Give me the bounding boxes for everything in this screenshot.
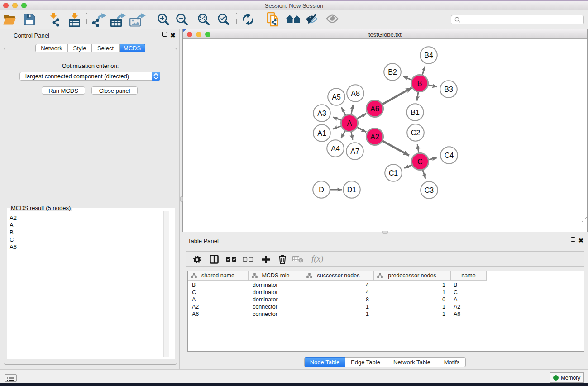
svg-text:C4: C4	[445, 152, 454, 159]
svg-text:A4: A4	[331, 145, 340, 152]
svg-text:A5: A5	[332, 93, 341, 101]
svg-text:C3: C3	[425, 186, 434, 194]
svg-text:A8: A8	[351, 90, 360, 97]
svg-text:B2: B2	[388, 68, 397, 76]
svg-text:B3: B3	[444, 86, 453, 93]
svg-text:A6: A6	[370, 105, 379, 113]
svg-text:B4: B4	[424, 52, 433, 59]
svg-text:A3: A3	[317, 110, 326, 117]
svg-text:A: A	[347, 119, 352, 127]
svg-text:A2: A2	[370, 133, 379, 141]
svg-text:B1: B1	[411, 109, 420, 116]
svg-text:C2: C2	[411, 129, 421, 137]
svg-text:A1: A1	[317, 129, 326, 137]
svg-text:B: B	[417, 80, 422, 87]
svg-text:D1: D1	[347, 186, 357, 194]
svg-text:D: D	[319, 186, 324, 194]
svg-text:C: C	[417, 158, 423, 166]
svg-text:C1: C1	[389, 169, 398, 177]
svg-text:A7: A7	[350, 148, 359, 155]
